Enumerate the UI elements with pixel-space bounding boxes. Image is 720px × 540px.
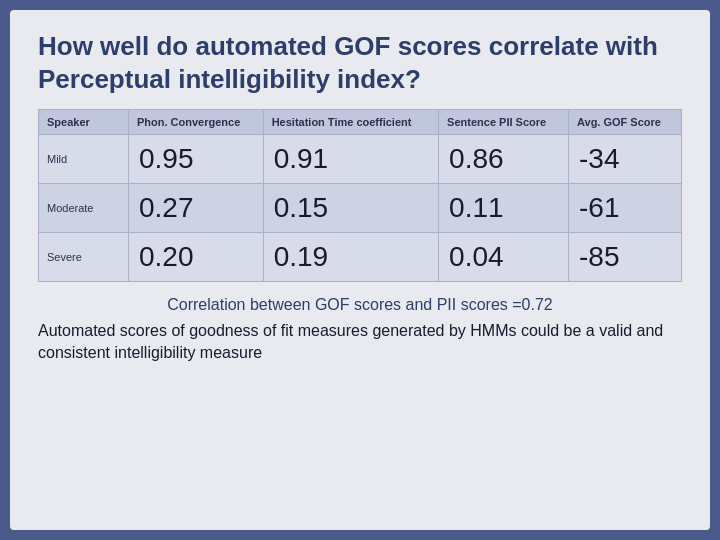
row-mild-phon: 0.95: [129, 135, 264, 184]
automated-text: Automated scores of goodness of fit meas…: [38, 320, 682, 363]
row-moderate-hesitation: 0.15: [263, 184, 438, 233]
table-row: Mild 0.95 0.91 0.86 -34: [39, 135, 682, 184]
table-row: Moderate 0.27 0.15 0.11 -61: [39, 184, 682, 233]
data-table-wrapper: Speaker Phon. Convergence Hesitation Tim…: [38, 109, 682, 282]
data-table: Speaker Phon. Convergence Hesitation Tim…: [38, 109, 682, 282]
row-mild-sentence: 0.86: [439, 135, 569, 184]
col-header-phon: Phon. Convergence: [129, 110, 264, 135]
row-severe-sentence: 0.04: [439, 233, 569, 282]
col-header-hesitation: Hesitation Time coefficient: [263, 110, 438, 135]
col-header-avg: Avg. GOF Score: [568, 110, 681, 135]
row-severe-hesitation: 0.19: [263, 233, 438, 282]
correlation-text: Correlation between GOF scores and PII s…: [38, 296, 682, 314]
table-header-row: Speaker Phon. Convergence Hesitation Tim…: [39, 110, 682, 135]
row-mild-hesitation: 0.91: [263, 135, 438, 184]
row-moderate-sentence: 0.11: [439, 184, 569, 233]
bottom-text-section: Correlation between GOF scores and PII s…: [38, 296, 682, 363]
row-severe-avg: -85: [568, 233, 681, 282]
row-label-moderate: Moderate: [39, 184, 129, 233]
row-severe-phon: 0.20: [129, 233, 264, 282]
slide-title: How well do automated GOF scores correla…: [38, 30, 682, 95]
row-label-severe: Severe: [39, 233, 129, 282]
row-moderate-phon: 0.27: [129, 184, 264, 233]
row-mild-avg: -34: [568, 135, 681, 184]
col-header-speaker: Speaker: [39, 110, 129, 135]
table-row: Severe 0.20 0.19 0.04 -85: [39, 233, 682, 282]
row-label-mild: Mild: [39, 135, 129, 184]
row-moderate-avg: -61: [568, 184, 681, 233]
col-header-sentence: Sentence PII Score: [439, 110, 569, 135]
slide: How well do automated GOF scores correla…: [10, 10, 710, 530]
